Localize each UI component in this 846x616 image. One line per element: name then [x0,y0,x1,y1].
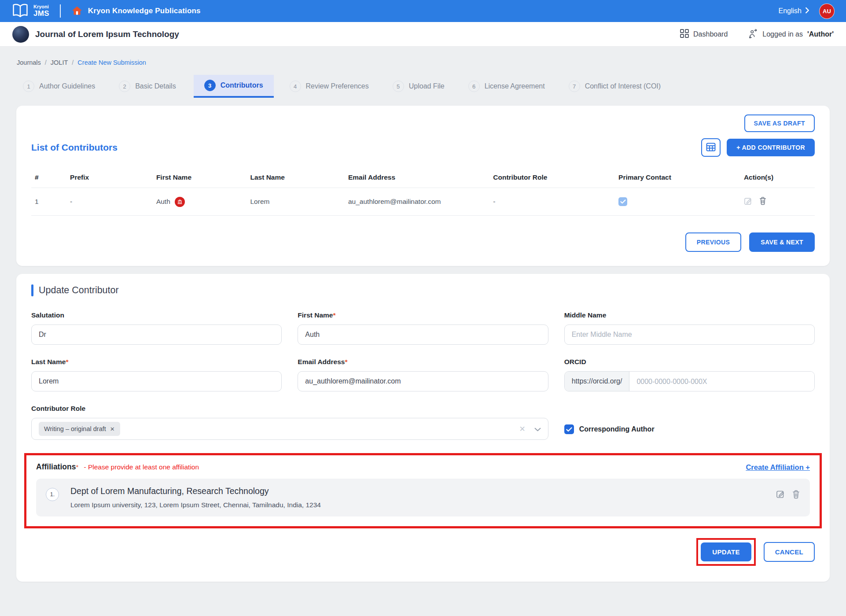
step-number: 6 [468,81,480,92]
step-label: Review Preferences [306,82,369,90]
last-name-input[interactable] [31,371,282,391]
col-prefix: Prefix [66,167,153,188]
save-and-next-button[interactable]: SAVE & NEXT [749,232,815,252]
affiliation-address: Lorem Ipsum university, 123, Lorem Ipsum… [70,501,765,509]
first-name-label: First Name [298,311,333,319]
delete-contributor-icon[interactable] [759,196,767,207]
email-input[interactable] [298,371,548,391]
journal-avatar [12,26,29,43]
dashboard-link[interactable]: Dashboard [680,29,728,40]
col-primary-contact: Primary Contact [615,167,740,188]
last-name-label: Last Name [31,358,66,365]
step-conflict-of-interest[interactable]: 7 Conflict of Interest (COI) [563,75,667,98]
col-role: Contributor Role [489,167,615,188]
breadcrumb-separator: / [45,59,47,66]
dashboard-grid-icon [680,29,689,40]
edit-contributor-icon[interactable] [744,197,752,207]
step-label: Conflict of Interest (COI) [585,82,661,90]
required-mark: * [345,358,347,365]
first-name-input[interactable] [298,325,548,345]
affiliation-number: 1. [46,488,59,501]
salutation-input[interactable] [31,325,282,345]
required-mark: * [76,463,78,471]
create-affiliation-link[interactable]: Create Affiliation + [746,463,810,472]
update-contributor-card: Update Contributor Salutation First Name… [16,274,830,582]
step-label: Author Guidelines [39,82,95,90]
step-number: 5 [393,81,404,92]
required-mark: * [66,358,68,365]
col-last-name: Last Name [246,167,345,188]
section-accent-bar [31,284,33,296]
kryoni-jms-logo[interactable]: Kryoni JMS [11,4,49,19]
breadcrumb-journals[interactable]: Journals [17,59,41,66]
cell-last-name: Lorem [246,188,345,216]
col-index: # [31,167,66,188]
language-label: English [779,7,802,15]
logged-in-prefix: Logged in as [762,30,803,38]
affiliations-annotation-highlight: Affiliations* - Please provide at least … [24,453,822,528]
edit-affiliation-icon[interactable] [776,490,785,500]
cancel-button[interactable]: CANCEL [764,542,815,562]
cell-prefix: - [66,188,153,216]
language-selector[interactable]: English [779,7,809,15]
primary-contact-checkbox[interactable] [618,197,627,206]
list-of-contributors-title: List of Contributors [31,142,118,153]
step-number: 4 [290,81,301,92]
previous-button[interactable]: PREVIOUS [685,232,742,252]
role-tag: Writing – original draft ✕ [39,422,120,436]
clear-selection-icon[interactable]: ✕ [519,424,525,434]
col-actions: Action(s) [740,167,815,188]
affiliation-list-item: 1. Dept of Lorem Manufacturing, Research… [36,479,810,516]
add-contributor-button[interactable]: + ADD CONTRIBUTOR [727,139,815,156]
submission-steps: 1 Author Guidelines 2 Basic Details 3 Co… [17,75,846,98]
step-review-preferences[interactable]: 4 Review Preferences [283,75,375,98]
table-header-row: # Prefix First Name Last Name Email Addr… [31,167,815,188]
cell-role: - [489,188,615,216]
logged-in-as[interactable]: Logged in as 'Author' [748,29,834,40]
step-basic-details[interactable]: 2 Basic Details [113,75,182,98]
table-grid-icon [706,142,716,153]
breadcrumb-current[interactable]: Create New Submission [77,59,146,66]
update-contributor-title: Update Contributor [39,285,119,296]
step-upload-file[interactable]: 5 Upload File [386,75,451,98]
col-email: Email Address [345,167,489,188]
step-number: 7 [569,81,580,92]
salutation-label: Salutation [31,311,64,319]
step-label: Basic Details [135,82,176,90]
step-label: Upload File [409,82,445,90]
contributor-role-multiselect[interactable]: Writing – original draft ✕ ✕ [31,418,548,440]
publisher-home-link[interactable]: Kryon Knowledge Publications [71,5,201,17]
publisher-name: Kryon Knowledge Publications [88,7,201,15]
step-author-guidelines[interactable]: 1 Author Guidelines [17,75,101,98]
breadcrumb-jolit[interactable]: JOLIT [51,59,68,66]
orcid-url-prefix: https://orcid.org/ [565,372,630,391]
step-label: Contributors [221,81,263,89]
logo-line2: JMS [33,10,49,18]
contributor-role-label: Contributor Role [31,405,85,412]
step-number: 3 [204,80,216,91]
orcid-label: ORCID [564,358,586,365]
save-as-draft-button[interactable]: SAVE AS DRAFT [744,114,815,132]
step-contributors-active[interactable]: 3 Contributors [194,75,274,98]
dashboard-label: Dashboard [693,30,728,38]
user-avatar[interactable]: AU [819,4,835,19]
journal-header: Journal of Lorem Ipsum Technology Dashbo… [0,22,846,47]
missing-affiliation-badge-icon[interactable] [175,197,185,207]
journal-title: Journal of Lorem Ipsum Technology [35,30,179,39]
corresponding-author-checkbox[interactable] [564,424,574,434]
step-license-agreement[interactable]: 6 License Agreement [462,75,551,98]
role-tag-label: Writing – original draft [44,425,106,432]
chevron-down-icon[interactable] [534,425,541,433]
role-tag-remove-icon[interactable]: ✕ [110,426,115,432]
middle-name-input[interactable] [564,325,815,345]
update-button[interactable]: UPDATE [701,542,751,561]
top-app-bar: Kryoni JMS Kryon Knowledge Publications … [0,0,846,22]
book-logo-icon [11,4,29,19]
home-icon [71,5,83,17]
delete-affiliation-icon[interactable] [792,490,800,500]
table-view-button[interactable] [701,138,721,157]
affiliations-error-message: - Please provide at least one affiliatio… [84,463,199,471]
middle-name-label: Middle Name [564,311,607,319]
step-label: License Agreement [485,82,545,90]
orcid-input[interactable] [629,372,814,391]
